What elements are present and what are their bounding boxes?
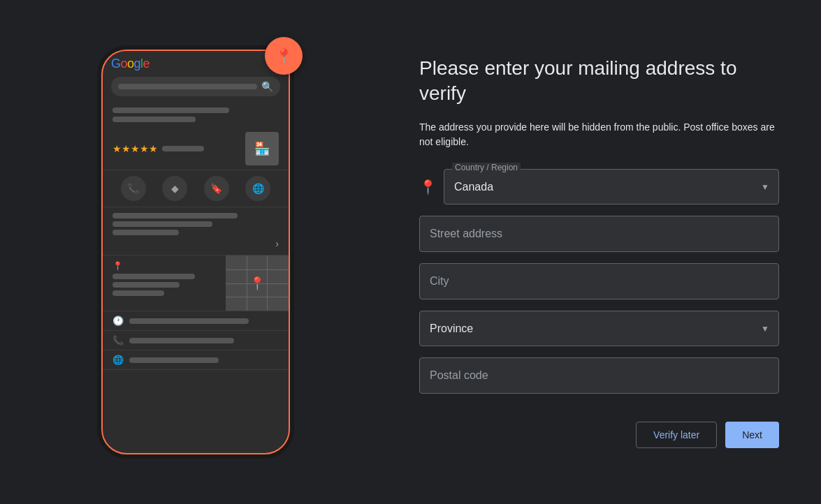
country-label: Country / Region bbox=[452, 163, 521, 172]
street-address-input[interactable] bbox=[419, 216, 779, 252]
phone-detail-icon: 📞 bbox=[112, 335, 124, 346]
map-v-line-2 bbox=[267, 255, 268, 311]
button-row: Verify later Next bbox=[419, 422, 779, 448]
search-line bbox=[118, 84, 257, 89]
map-section: 📍 📍 bbox=[103, 255, 289, 311]
phone-mockup: Google 🔍 ★★★★★ 🏪 bbox=[101, 50, 290, 454]
stars: ★★★★★ bbox=[112, 143, 158, 154]
province-group: Province Alberta British Columbia Manito… bbox=[419, 311, 779, 346]
phone-search-bar: 🔍 bbox=[111, 77, 280, 96]
phone-top-bar: Google bbox=[103, 51, 289, 77]
map-info-row: 📍 bbox=[112, 261, 216, 271]
website-icon: 🌐 bbox=[245, 176, 270, 201]
city-input[interactable] bbox=[419, 263, 779, 299]
province-select[interactable]: Province Alberta British Columbia Manito… bbox=[419, 311, 779, 346]
info-line-2 bbox=[112, 221, 212, 227]
map-h-line-1 bbox=[226, 269, 289, 270]
action-icons-row: 📞 ◆ 🔖 🌐 bbox=[103, 170, 289, 207]
gray-line-1 bbox=[112, 108, 229, 113]
store-icon: 🏪 bbox=[245, 132, 279, 165]
globe-detail-icon: 🌐 bbox=[112, 355, 124, 365]
location-badge-icon: 📍 bbox=[275, 47, 293, 64]
right-panel: Please enter your mailing address to ver… bbox=[391, 0, 821, 504]
next-button[interactable]: Next bbox=[725, 422, 779, 448]
map-line-2 bbox=[112, 282, 180, 288]
globe-detail-row: 🌐 bbox=[103, 350, 289, 370]
phone-detail-row: 📞 bbox=[103, 331, 289, 350]
clock-line-1 bbox=[129, 318, 249, 324]
postal-code-group bbox=[419, 357, 779, 394]
street-address-group bbox=[419, 216, 779, 252]
stars-row: ★★★★★ 🏪 bbox=[103, 128, 289, 170]
rating-text-line bbox=[162, 146, 204, 151]
info-arrow-row: › bbox=[112, 238, 279, 249]
country-select-container: Canada United States United Kingdom ▼ bbox=[444, 169, 779, 205]
map-preview: 📍 bbox=[226, 255, 289, 311]
map-line-3 bbox=[112, 290, 164, 296]
directions-icon: ◆ bbox=[162, 176, 187, 201]
map-pin-icon: 📍 bbox=[112, 261, 123, 271]
info-section: › bbox=[103, 207, 289, 255]
page-title: Please enter your mailing address to ver… bbox=[419, 56, 779, 107]
save-icon: 🔖 bbox=[204, 176, 229, 201]
call-icon: 📞 bbox=[121, 176, 146, 201]
verify-later-button[interactable]: Verify later bbox=[636, 422, 717, 448]
country-select-wrapper: Country / Region Canada United States Un… bbox=[444, 169, 779, 205]
globe-line-1 bbox=[129, 357, 219, 363]
city-group bbox=[419, 263, 779, 299]
clock-detail-row: 🕐 bbox=[103, 311, 289, 331]
phone-content: ★★★★★ 🏪 📞 ◆ 🔖 🌐 bbox=[103, 102, 289, 453]
postal-code-input[interactable] bbox=[419, 357, 779, 394]
province-select-wrapper: Province Alberta British Columbia Manito… bbox=[419, 311, 779, 346]
location-badge: 📍 bbox=[265, 37, 303, 75]
info-line-3 bbox=[112, 230, 179, 235]
clock-icon: 🕐 bbox=[112, 316, 124, 326]
phone-lines bbox=[129, 338, 279, 343]
map-line-1 bbox=[112, 274, 195, 279]
phone-line-1 bbox=[129, 338, 234, 343]
map-v-line-1 bbox=[247, 255, 247, 311]
left-panel: 📍 Google 🔍 ★★★★★ bbox=[0, 0, 391, 504]
country-select[interactable]: Canada United States United Kingdom bbox=[444, 169, 779, 205]
google-logo: Google bbox=[111, 57, 150, 71]
clock-lines bbox=[129, 318, 279, 324]
info-line-1 bbox=[112, 213, 238, 218]
header-gray-lines bbox=[103, 102, 289, 128]
map-info: 📍 bbox=[103, 255, 226, 311]
search-icon: 🔍 bbox=[261, 81, 273, 92]
subtitle: The address you provide here will be hid… bbox=[419, 120, 779, 149]
location-pin-icon: 📍 bbox=[419, 179, 437, 195]
gray-line-2 bbox=[112, 117, 196, 122]
map-h-line-3 bbox=[226, 297, 289, 297]
globe-lines bbox=[129, 357, 279, 363]
chevron-right-icon: › bbox=[275, 238, 279, 249]
map-location-pin: 📍 bbox=[249, 276, 265, 291]
country-row: 📍 Country / Region Canada United States … bbox=[419, 169, 779, 205]
phone-wrapper: 📍 Google 🔍 ★★★★★ bbox=[101, 50, 290, 454]
